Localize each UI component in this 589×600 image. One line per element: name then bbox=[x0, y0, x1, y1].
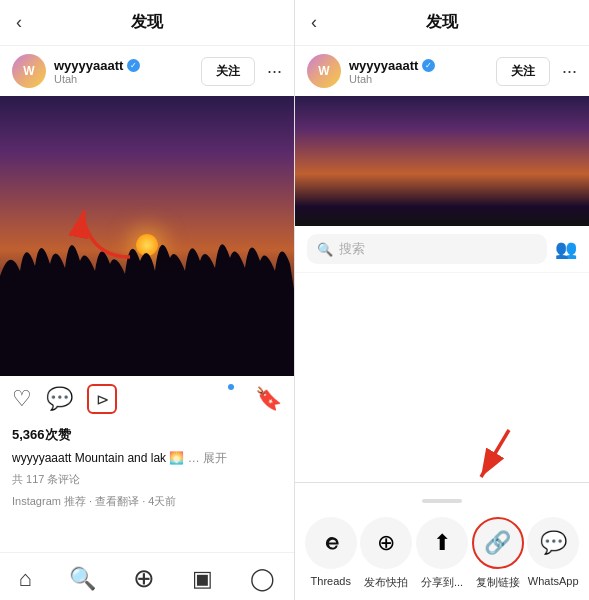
follow-button-right[interactable]: 关注 bbox=[496, 57, 550, 86]
share-item-copy-link[interactable]: 🔗 复制链接 bbox=[472, 517, 524, 590]
bottom-nav-left: ⌂ 🔍 ⊕ ▣ ◯ bbox=[0, 552, 294, 600]
expand-link[interactable]: … 展开 bbox=[188, 451, 227, 465]
username-left[interactable]: wyyyyaaatt bbox=[54, 58, 123, 73]
search-placeholder: 搜索 bbox=[339, 240, 365, 258]
share-button-left[interactable]: ⊳ bbox=[87, 384, 117, 414]
username-right[interactable]: wyyyyaaatt bbox=[349, 58, 418, 73]
share-to-icon-box: ⬆ bbox=[416, 517, 468, 569]
search-input-box[interactable]: 🔍 搜索 bbox=[307, 234, 547, 264]
left-panel: ‹ 发现 W wyyyyaaatt ✓ Utah 关注 ··· bbox=[0, 0, 295, 600]
right-header: ‹ 发现 bbox=[295, 0, 589, 46]
user-location-left: Utah bbox=[54, 73, 140, 85]
follow-button-left[interactable]: 关注 bbox=[201, 57, 255, 86]
back-button-right[interactable]: ‹ bbox=[311, 12, 317, 33]
more-button-right[interactable]: ··· bbox=[562, 61, 577, 82]
menu-divider bbox=[422, 499, 462, 503]
verified-badge-left: ✓ bbox=[127, 59, 140, 72]
whatsapp-label: WhatsApp bbox=[528, 575, 579, 587]
whatsapp-icon-box: 💬 bbox=[527, 517, 579, 569]
verified-badge-right: ✓ bbox=[422, 59, 435, 72]
share-arrow-icon: ⊳ bbox=[96, 390, 109, 409]
people-icon[interactable]: 👥 bbox=[555, 238, 577, 260]
right-panel: ‹ 发现 W wyyyyaaatt ✓ Utah 关注 ··· 🔍 搜索 👥 bbox=[295, 0, 589, 600]
bookmark-button[interactable]: 🔖 bbox=[255, 386, 282, 412]
quick-post-icon-box: ⊕ bbox=[360, 517, 412, 569]
threads-icon bbox=[319, 531, 343, 555]
comment-count-link[interactable]: 共 117 条评论 bbox=[12, 473, 80, 485]
search-icon: 🔍 bbox=[317, 242, 333, 257]
more-button-left[interactable]: ··· bbox=[267, 61, 282, 82]
share-item-whatsapp[interactable]: 💬 WhatsApp bbox=[527, 517, 579, 587]
post-user-row-right: W wyyyyaaatt ✓ Utah 关注 ··· bbox=[295, 46, 589, 96]
share-to-icon: ⬆ bbox=[433, 530, 451, 556]
right-header-title: 发现 bbox=[426, 12, 458, 33]
post-stats: 5,366次赞 bbox=[0, 422, 294, 448]
quick-post-label: 发布快拍 bbox=[364, 575, 408, 590]
nav-reels[interactable]: ▣ bbox=[192, 566, 213, 592]
nav-home[interactable]: ⌂ bbox=[19, 566, 32, 592]
dark-ground bbox=[0, 291, 294, 376]
share-item-threads[interactable]: Threads bbox=[305, 517, 357, 587]
avatar-left: W bbox=[12, 54, 46, 88]
post-user-row-left: W wyyyyaaatt ✓ Utah 关注 ··· bbox=[0, 46, 294, 96]
post-image-right bbox=[295, 96, 589, 226]
whatsapp-icon: 💬 bbox=[540, 530, 567, 556]
copy-link-label: 复制链接 bbox=[476, 575, 520, 590]
user-info-right: W wyyyyaaatt ✓ Utah bbox=[307, 54, 435, 88]
left-header-title: 发现 bbox=[131, 12, 163, 33]
caption-emoji: 🌅 bbox=[169, 451, 184, 465]
share-to-label: 分享到... bbox=[421, 575, 463, 590]
nav-profile[interactable]: ◯ bbox=[250, 566, 275, 592]
caption-text: wyyyyaaatt Mountain and lak bbox=[12, 451, 166, 465]
share-menu-items: Threads ⊕ 发布快拍 ⬆ 分享到... 🔗 复制链接 bbox=[295, 517, 589, 590]
share-item-share-to[interactable]: ⬆ 分享到... bbox=[416, 517, 468, 590]
quick-post-icon: ⊕ bbox=[377, 530, 395, 556]
user-info-left: W wyyyyaaatt ✓ Utah bbox=[12, 54, 140, 88]
back-button-left[interactable]: ‹ bbox=[16, 12, 22, 33]
left-header: ‹ 发现 bbox=[0, 0, 294, 46]
nav-add[interactable]: ⊕ bbox=[133, 563, 155, 594]
post-image-left bbox=[0, 96, 294, 376]
dot-indicator bbox=[228, 384, 234, 390]
username-row-right: wyyyyaaatt ✓ bbox=[349, 58, 435, 73]
user-location-right: Utah bbox=[349, 73, 435, 85]
comment-button[interactable]: 💬 bbox=[46, 386, 73, 412]
post-caption: wyyyyaaatt Mountain and lak 🌅 … 展开 bbox=[0, 448, 294, 469]
share-menu: Threads ⊕ 发布快拍 ⬆ 分享到... 🔗 复制链接 bbox=[295, 482, 589, 600]
post-meta: Instagram 推荐 · 查看翻译 · 4天前 bbox=[0, 491, 294, 513]
nav-search[interactable]: 🔍 bbox=[69, 566, 96, 592]
search-bar-row: 🔍 搜索 👥 bbox=[295, 226, 589, 273]
copy-link-icon: 🔗 bbox=[484, 530, 511, 556]
threads-icon-box bbox=[305, 517, 357, 569]
grass-silhouette bbox=[0, 216, 294, 296]
threads-label: Threads bbox=[311, 575, 351, 587]
share-icon-box: ⊳ bbox=[87, 384, 117, 414]
share-item-quick-post[interactable]: ⊕ 发布快拍 bbox=[360, 517, 412, 590]
username-row-left: wyyyyaaatt ✓ bbox=[54, 58, 140, 73]
post-comments[interactable]: 共 117 条评论 bbox=[0, 469, 294, 491]
avatar-right: W bbox=[307, 54, 341, 88]
like-button[interactable]: ♡ bbox=[12, 386, 32, 412]
post-actions-left: ♡ 💬 ⊳ 🔖 bbox=[0, 376, 294, 422]
copy-link-icon-box: 🔗 bbox=[472, 517, 524, 569]
